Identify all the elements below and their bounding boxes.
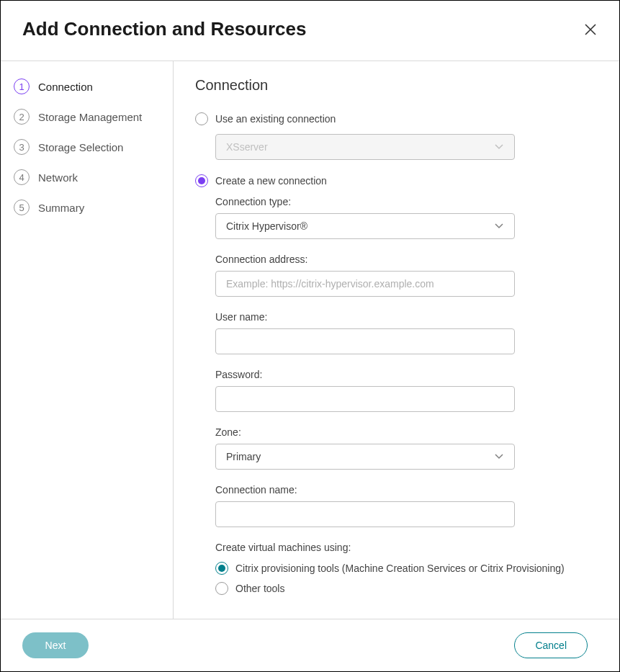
username-field: User name: [215, 311, 585, 354]
connection-name-field: Connection name: [215, 484, 585, 527]
dialog-body: 1 Connection 2 Storage Management 3 Stor… [1, 61, 619, 619]
zone-select[interactable]: Primary [215, 444, 515, 470]
step-number-icon: 3 [14, 139, 30, 155]
select-value: Citrix Hypervisor® [226, 220, 307, 232]
chevron-down-icon [494, 141, 504, 153]
field-label: Connection name: [215, 484, 585, 496]
step-label: Network [38, 171, 78, 184]
zone-field: Zone: Primary [215, 426, 585, 470]
field-label: Zone: [215, 426, 585, 438]
field-label: Connection address: [215, 254, 585, 265]
radio-label: Other tools [235, 583, 284, 594]
step-label: Storage Management [38, 111, 142, 123]
password-input[interactable] [215, 386, 515, 412]
step-number-icon: 5 [14, 200, 30, 215]
radio-label: Use an existing connection [215, 113, 336, 125]
field-label: User name: [215, 311, 585, 323]
step-storage-selection[interactable]: 3 Storage Selection [14, 139, 173, 155]
wizard-sidebar: 1 Connection 2 Storage Management 3 Stor… [1, 61, 174, 619]
connection-type-field: Connection type: Citrix Hypervisor® [215, 196, 585, 239]
radio-icon [215, 582, 228, 595]
field-label: Connection type: [215, 196, 585, 207]
step-label: Summary [38, 202, 84, 214]
dialog-footer: Next Cancel [1, 619, 619, 671]
radio-icon [195, 112, 208, 125]
step-summary[interactable]: 5 Summary [14, 200, 173, 215]
username-input[interactable] [215, 328, 515, 354]
step-label: Connection [38, 81, 93, 93]
cancel-button[interactable]: Cancel [514, 632, 588, 658]
connection-type-select[interactable]: Citrix Hypervisor® [215, 213, 515, 239]
close-button[interactable] [583, 22, 598, 37]
next-button[interactable]: Next [22, 632, 89, 658]
step-storage-management[interactable]: 2 Storage Management [14, 109, 173, 125]
radio-label: Citrix provisioning tools (Machine Creat… [235, 563, 565, 574]
main-panel: Connection Use an existing connection XS… [174, 61, 619, 619]
select-value: XSserver [226, 141, 268, 153]
close-icon [584, 23, 597, 36]
existing-connection-select: XSserver [215, 134, 515, 160]
radio-icon [215, 562, 228, 575]
connection-name-input[interactable] [215, 501, 515, 527]
dialog-header: Add Connection and Resources [1, 1, 619, 61]
step-label: Storage Selection [38, 141, 123, 153]
step-network[interactable]: 4 Network [14, 169, 173, 185]
step-number-icon: 2 [14, 109, 30, 125]
radio-citrix-tools[interactable]: Citrix provisioning tools (Machine Creat… [215, 562, 585, 575]
vm-tools-group: Citrix provisioning tools (Machine Creat… [215, 562, 585, 595]
existing-connection-group: XSserver [215, 134, 585, 160]
dialog-title: Add Connection and Resources [22, 18, 306, 40]
field-label: Password: [215, 369, 585, 380]
connection-address-field: Connection address: [215, 254, 585, 297]
radio-create-new[interactable]: Create a new connection [195, 174, 585, 187]
page-title: Connection [195, 77, 585, 94]
select-value: Primary [226, 451, 261, 462]
password-field: Password: [215, 369, 585, 412]
radio-label: Create a new connection [215, 175, 327, 187]
step-number-icon: 4 [14, 169, 30, 185]
radio-use-existing[interactable]: Use an existing connection [195, 112, 585, 125]
vm-using-label: Create virtual machines using: [215, 542, 585, 553]
connection-address-input[interactable] [215, 271, 515, 297]
chevron-down-icon [494, 220, 504, 233]
radio-other-tools[interactable]: Other tools [215, 582, 585, 595]
radio-icon [195, 174, 208, 187]
step-connection[interactable]: 1 Connection [14, 79, 173, 94]
step-number-icon: 1 [14, 79, 30, 94]
chevron-down-icon [494, 451, 504, 463]
